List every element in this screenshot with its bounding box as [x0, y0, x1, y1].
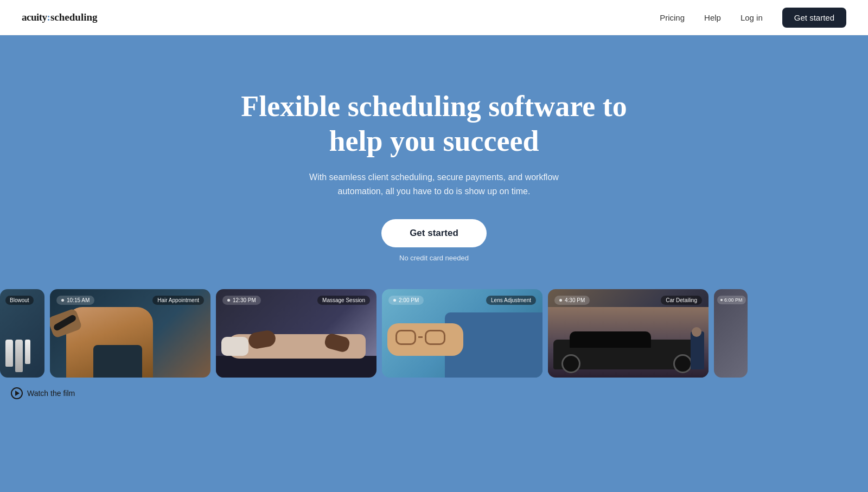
card-time-partial: 6:00 PM [717, 296, 746, 304]
card-lens-adjustment[interactable]: 2:00 PM Lens Adjustment [382, 289, 542, 378]
hero-subtitle: With seamless client scheduling, secure … [304, 170, 564, 198]
logo[interactable]: acuity : scheduling [22, 11, 98, 23]
card-title-massage: Massage Session [317, 296, 370, 305]
appointment-cards-row: Blowout 10:15 AM Hair Appointment [0, 289, 868, 378]
logo-suffix: scheduling [50, 11, 98, 23]
card-time-massage: 12:30 PM [222, 296, 261, 305]
nav-links: Pricing Help Log in Get started [660, 8, 846, 28]
card-massage-session[interactable]: 12:30 PM Massage Session [216, 289, 376, 378]
hero-cta-wrapper: Get started No credit card needed [381, 219, 487, 262]
card-partial-right: 6:00 PM [714, 289, 748, 378]
nav-link-help[interactable]: Help [704, 13, 721, 22]
navigation: acuity : scheduling Pricing Help Log in … [0, 0, 868, 35]
card-blowout-label: Blowout [5, 296, 34, 305]
card-car-detailing[interactable]: 4:30 PM Car Detailing [548, 289, 709, 378]
card-title-car: Car Detailing [661, 296, 702, 305]
get-started-hero-button[interactable]: Get started [381, 219, 487, 247]
hero-no-credit-card-note: No credit card needed [399, 254, 469, 262]
watch-film-row: Watch the film [0, 378, 868, 409]
hero-title: Flexible scheduling software to help you… [241, 90, 627, 158]
logo-text: acuity [22, 11, 47, 23]
watch-film-button[interactable]: Watch the film [11, 387, 75, 399]
play-icon [11, 387, 23, 399]
get-started-nav-button[interactable]: Get started [782, 8, 846, 28]
nav-link-login[interactable]: Log in [741, 13, 763, 22]
card-time-car: 4:30 PM [554, 296, 590, 305]
hero-section: Flexible scheduling software to help you… [0, 35, 868, 492]
card-hair-appointment[interactable]: 10:15 AM Hair Appointment [50, 289, 210, 378]
card-blowout: Blowout [0, 289, 44, 378]
nav-link-pricing[interactable]: Pricing [660, 13, 685, 22]
watch-film-label: Watch the film [27, 389, 75, 398]
